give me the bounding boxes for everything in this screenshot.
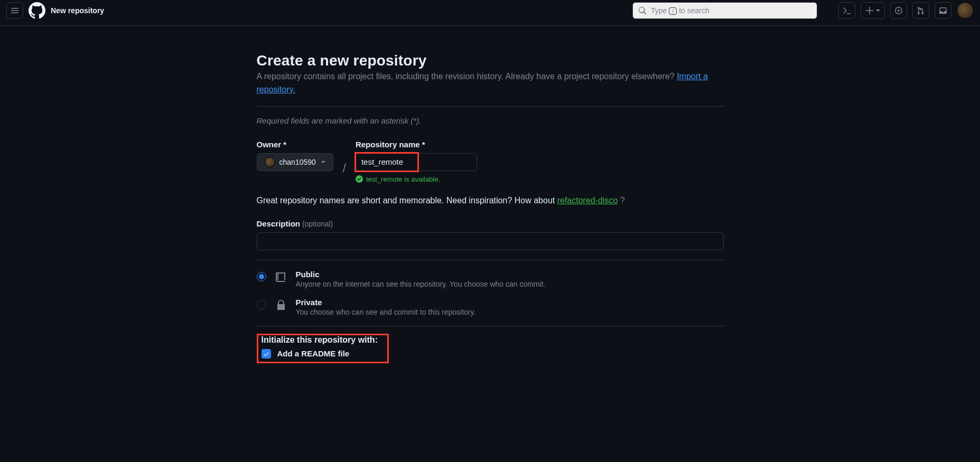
repo-name-label: Repository name * [356,140,477,149]
required-note: Required fields are marked with an aster… [257,116,724,125]
owner-label: Owner * [257,140,333,149]
visibility-private-desc: You choose who can see and commit to thi… [296,308,476,316]
owner-select[interactable]: chan10590 [257,153,333,171]
description-label: Description [257,219,301,228]
visibility-public-desc: Anyone on the internet can see this repo… [296,280,546,288]
radio-private[interactable] [257,300,266,309]
plus-icon [865,6,874,15]
checkbox-readme[interactable] [262,349,271,359]
search-input[interactable]: Type / to search [632,2,817,19]
svg-point-0 [898,10,900,12]
repo-name-field: Repository name * test_remote is availab… [356,140,477,183]
visibility-private-title: Private [296,298,476,307]
description-optional: (optional) [302,220,333,228]
issues-button[interactable] [890,2,907,19]
owner-field: Owner * chan10590 [257,140,333,171]
terminal-icon [843,6,851,15]
repo-icon [275,271,287,284]
availability-status: test_remote is available. [356,175,477,183]
context-title: New repository [51,6,104,15]
page-title: Create a new repository [257,52,724,69]
search-icon [638,6,647,15]
inbox-button[interactable] [935,2,951,19]
check-circle-icon [356,175,363,183]
new-repo-form: Create a new repository A repository con… [253,52,728,363]
issue-icon [894,6,903,15]
owner-value: chan10590 [279,158,316,166]
hamburger-icon [11,6,19,15]
owner-avatar [265,157,275,167]
description-field: Description (optional) [257,219,724,250]
repo-name-input[interactable] [356,153,477,171]
add-readme-label: Add a README file [277,349,350,358]
visibility-public-option[interactable]: Public Anyone on the internet can see th… [257,270,724,288]
name-suggestion-link[interactable]: refactored-disco [557,196,618,205]
search-placeholder: Type / to search [651,6,710,15]
create-new-button[interactable] [861,2,885,19]
caret-down-icon [876,10,880,12]
description-input[interactable] [257,232,724,250]
visibility-public-title: Public [296,270,546,279]
check-icon [263,351,269,357]
command-palette-button[interactable] [838,2,855,19]
visibility-private-option[interactable]: Private You choose who can see and commi… [257,298,724,316]
global-header: New repository Type / to search [0,0,980,26]
git-pull-request-icon [917,6,925,15]
pull-requests-button[interactable] [912,2,929,19]
add-readme-option[interactable]: Add a README file [262,349,378,359]
name-hint: Great repository names are short and mem… [257,196,724,205]
radio-public[interactable] [257,272,266,281]
annotation-highlight: Initialize this repository with: Add a R… [257,334,389,363]
path-separator: / [343,162,346,175]
inbox-icon [939,6,947,15]
lock-icon [275,299,287,312]
hamburger-button[interactable] [6,2,23,19]
init-section-title: Initialize this repository with: [262,335,378,345]
page-subtitle: A repository contains all project files,… [257,70,724,97]
caret-down-icon [321,161,325,163]
user-avatar[interactable] [957,2,974,19]
github-logo[interactable] [29,2,45,19]
